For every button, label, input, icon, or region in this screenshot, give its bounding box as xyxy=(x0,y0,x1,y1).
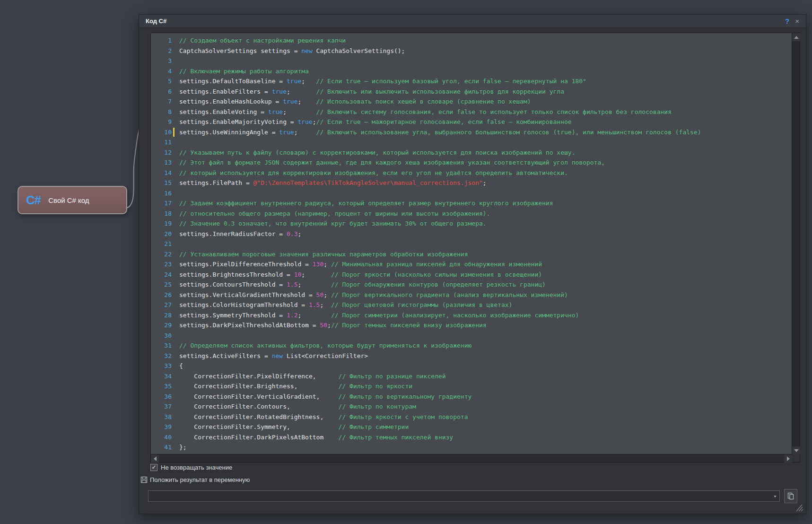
code-editor[interactable]: 1// Создаем объект с настройками решения… xyxy=(150,33,800,463)
line-number: 34 xyxy=(151,371,172,382)
line-number: 15 xyxy=(151,178,172,188)
resize-grip[interactable] xyxy=(795,504,803,512)
code-line-text: settings.DarkPixelThresholdAtBottom = 50… xyxy=(179,320,487,331)
code-line: 40 CorrectionFilter.DarkPixelsAtBottom /… xyxy=(151,432,792,443)
scroll-up-icon xyxy=(794,36,799,39)
code-line-text: settings.BrightnessThreshold = 10; // По… xyxy=(179,270,542,280)
put-result-option[interactable]: Положить результат в переменную xyxy=(140,476,250,483)
line-number: 11 xyxy=(151,137,172,148)
code-line: 34 CorrectionFilter.PixelDifference, // … xyxy=(151,371,792,382)
line-number: 24 xyxy=(151,270,172,280)
code-line-text: settings.UseWinningAngle = true; // Вклю… xyxy=(179,127,701,138)
line-number: 25 xyxy=(151,279,172,290)
line-number: 9 xyxy=(151,117,172,127)
code-line: 1// Создаем объект с настройками решения… xyxy=(151,35,792,46)
help-icon[interactable]: ? xyxy=(785,17,789,25)
scroll-left-icon xyxy=(154,456,157,461)
no-return-value-option[interactable]: ✓ Не возвращать значение xyxy=(150,464,232,471)
code-line-text: CorrectionFilter.RotatedBrightness, // Ф… xyxy=(179,412,468,422)
code-line-text: { xyxy=(179,361,183,371)
code-line: 3 xyxy=(151,56,792,66)
line-number: 22 xyxy=(151,249,172,260)
code-line-text: // Этот файл в формате JSON содержит дан… xyxy=(179,157,605,168)
code-line: 27settings.ColorHistogramThreshold = 1.5… xyxy=(151,300,792,310)
code-line-text: }; xyxy=(179,442,187,453)
code-line-text: CaptchaSolverSettings settings = new Cap… xyxy=(179,46,405,56)
scroll-right-icon xyxy=(787,456,790,461)
dialog-titlebar[interactable]: Код C# ? × xyxy=(139,15,806,28)
code-lines[interactable]: 1// Создаем объект с настройками решения… xyxy=(151,33,792,454)
scrollbar-corner xyxy=(792,454,800,462)
variable-input[interactable] xyxy=(150,491,772,502)
code-line: 24settings.BrightnessThreshold = 10; // … xyxy=(151,270,792,280)
csharp-badge: C# xyxy=(26,193,41,208)
code-line: 16 xyxy=(151,188,792,199)
code-line: 17// Задаем коэффициент внутреннего ради… xyxy=(151,198,792,209)
line-number: 36 xyxy=(151,392,172,402)
code-line: 26settings.VerticalGradientThreshold = 5… xyxy=(151,290,792,300)
code-line: 13// Этот файл в формате JSON содержит д… xyxy=(151,157,792,168)
code-line: 33{ xyxy=(151,361,792,371)
line-number: 33 xyxy=(151,361,172,371)
code-line-text: settings.ContoursThreshold = 1.5; // Пор… xyxy=(179,279,546,290)
line-number: 16 xyxy=(151,188,172,199)
scroll-down-icon xyxy=(794,449,799,452)
code-line-text: settings.VerticalGradientThreshold = 50;… xyxy=(179,290,568,300)
dialog-title: Код C# xyxy=(146,17,166,25)
code-line-text: CorrectionFilter.Brightness, // Фильтр п… xyxy=(179,381,412,392)
code-line: 41}; xyxy=(151,442,792,453)
code-line-text: // Создаем объект с настройками решения … xyxy=(179,35,346,46)
flow-node-label: Свой C# код xyxy=(48,196,89,204)
code-line: 32settings.ActiveFilters = new List<Corr… xyxy=(151,351,792,361)
line-number: 3 xyxy=(151,56,172,66)
variable-combobox[interactable] xyxy=(148,490,780,502)
line-number: 7 xyxy=(151,96,172,107)
line-number: 4 xyxy=(151,66,172,77)
code-line-text: CorrectionFilter.VerticalGradient, // Фи… xyxy=(179,392,471,402)
code-line-text: // Определяем список активных фильтров, … xyxy=(179,341,471,351)
code-line-text: // Включаем режимы работы алгоритма xyxy=(179,66,309,77)
code-line: 18// относительно общего размера (наприм… xyxy=(151,209,792,219)
line-number: 20 xyxy=(151,229,172,239)
line-number: 2 xyxy=(151,46,172,56)
line-number: 38 xyxy=(151,412,172,422)
code-line: 5settings.DefaultToBaseline = true; // Е… xyxy=(151,76,792,87)
code-line-text: CorrectionFilter.DarkPixelsAtBottom // Ф… xyxy=(179,432,453,443)
scroll-down-button[interactable] xyxy=(792,446,800,454)
code-line: 21 xyxy=(151,239,792,249)
code-line: 22// Устанавливаем пороговые значения ра… xyxy=(151,249,792,260)
line-number: 28 xyxy=(151,310,172,321)
code-line-text: settings.EnableMajorityVoting = true;// … xyxy=(179,117,572,127)
line-number: 10 xyxy=(151,127,172,138)
scroll-right-button[interactable] xyxy=(784,454,792,463)
line-number: 23 xyxy=(151,259,172,270)
scroll-up-button[interactable] xyxy=(792,33,800,41)
code-line-text: // Значение 0.3 означает, что внутренний… xyxy=(179,218,487,229)
code-line: 9settings.EnableMajorityVoting = true;//… xyxy=(151,117,792,127)
line-number: 14 xyxy=(151,168,172,178)
code-line-text: // который используется для корректировк… xyxy=(179,168,568,178)
code-line: 31// Определяем список активных фильтров… xyxy=(151,341,792,351)
checkbox-checked-icon[interactable]: ✓ xyxy=(150,464,157,471)
line-number: 40 xyxy=(151,432,172,443)
line-number: 1 xyxy=(151,35,172,46)
paste-variable-button[interactable] xyxy=(784,489,797,503)
no-return-value-label: Не возвращать значение xyxy=(161,464,232,471)
line-number: 39 xyxy=(151,422,172,432)
line-number: 6 xyxy=(151,87,172,97)
close-icon[interactable]: × xyxy=(795,17,799,25)
put-result-label: Положить результат в переменную xyxy=(150,476,250,483)
code-line: 37 CorrectionFilter.Contours, // Фильтр … xyxy=(151,402,792,412)
combobox-dropdown-icon[interactable] xyxy=(774,496,777,498)
vertical-scrollbar[interactable] xyxy=(792,33,800,454)
scroll-left-button[interactable] xyxy=(151,454,159,463)
code-line-text: settings.DefaultToBaseline = true; // Ес… xyxy=(179,76,586,87)
save-to-variable-icon xyxy=(140,476,148,483)
code-line-text: settings.EnableVoting = true; // Включит… xyxy=(179,107,672,117)
horizontal-scrollbar[interactable] xyxy=(151,454,792,462)
code-line-text: // относительно общего размера (например… xyxy=(179,209,490,219)
caret-marker xyxy=(173,128,175,137)
code-line-text: settings.EnableFilters = true; // Включи… xyxy=(179,87,564,97)
code-line-text: settings.SymmetryThreshold = 1.2; // Пор… xyxy=(179,310,579,321)
flow-node-csharp[interactable]: C# Свой C# код xyxy=(17,186,127,214)
